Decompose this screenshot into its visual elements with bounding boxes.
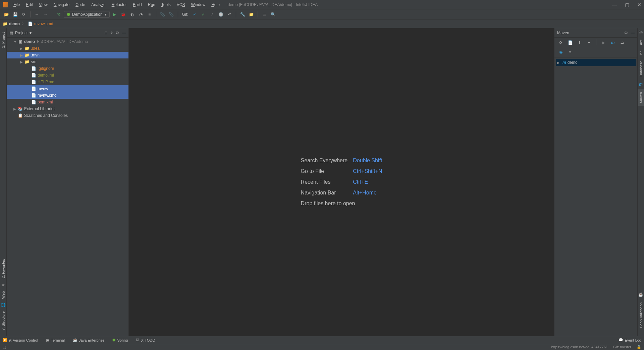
tree-external-libraries[interactable]: 📚 External Libraries — [7, 105, 128, 112]
more-icon[interactable]: » — [567, 48, 574, 56]
menu-file[interactable]: File — [11, 1, 22, 8]
debug-button[interactable]: 🐞 — [120, 11, 127, 18]
editor-area[interactable]: Search Everywhere Double Shift Go to Fil… — [129, 28, 554, 336]
folder-icon: 📁 — [24, 46, 30, 51]
tree-item-.idea[interactable]: 📁.idea — [7, 45, 128, 52]
tab-java-enterprise[interactable]: ☕ Java Enterprise — [73, 338, 104, 342]
breadcrumb-root[interactable]: 📁 demo — [3, 21, 20, 26]
open-icon[interactable]: 📂 — [3, 11, 10, 18]
run-button[interactable]: ▶ — [111, 11, 118, 18]
tree-item-.gitignore[interactable]: 📄.gitignore — [7, 65, 128, 72]
minimize-button[interactable]: — — [612, 2, 617, 7]
tab-version-control[interactable]: 🔀 9: Version Control — [3, 338, 38, 342]
menu-analyze[interactable]: Analyze — [89, 1, 108, 8]
tree-item-mvnw.cmd[interactable]: 📄mvnw.cmd — [7, 92, 128, 99]
breadcrumb-file[interactable]: 📄 mvnw.cmd — [28, 21, 53, 26]
git-revert-icon[interactable]: ↶ — [226, 11, 233, 18]
close-button[interactable]: ✕ — [637, 2, 641, 7]
collapse-icon[interactable]: ÷ — [110, 31, 113, 35]
download-icon[interactable]: ⬇ — [576, 39, 583, 46]
tree-item-pom.xml[interactable]: 📄pom.xml — [7, 99, 128, 105]
gear-icon[interactable]: ⚙ — [115, 31, 119, 35]
tree-root[interactable]: ▣ demo E:\CODE\JAVA\_IDEA\demo — [7, 38, 128, 45]
maven-project-row[interactable]: m demo — [556, 59, 636, 66]
offline-icon[interactable]: ◉ — [557, 48, 565, 56]
expand-arrow-icon[interactable] — [20, 53, 24, 57]
lock-icon[interactable]: 🔒 — [637, 345, 641, 349]
tree-item-label: mvnw.cmd — [38, 93, 57, 98]
git-push-icon[interactable]: ↗ — [208, 11, 216, 18]
toggle-icon[interactable]: ⇄ — [619, 39, 626, 46]
menu-window[interactable]: Window — [188, 1, 208, 8]
git-commit-icon[interactable]: ✓ — [200, 11, 207, 18]
coverage-icon[interactable]: ◐ — [128, 11, 136, 18]
add-icon[interactable]: + — [585, 39, 593, 46]
stop-icon[interactable]: ■ — [146, 11, 153, 18]
tab-database[interactable]: Database — [638, 58, 644, 79]
target-icon[interactable]: ⊕ — [104, 31, 108, 35]
tab-bean-validation[interactable]: Bean Validation — [638, 300, 644, 331]
expand-arrow-icon[interactable] — [13, 40, 17, 44]
git-update-icon[interactable]: ✓ — [191, 11, 198, 18]
menu-navigate[interactable]: Navigate — [51, 1, 72, 8]
menu-help[interactable]: Help — [209, 1, 222, 8]
tree-item-.mvn[interactable]: 📁.mvn — [7, 52, 128, 58]
profile-icon[interactable]: ◔ — [137, 11, 145, 18]
menu-code[interactable]: Code — [73, 1, 88, 8]
tree-item-src[interactable]: 📁src — [7, 58, 128, 65]
tab-spring[interactable]: ⬢ Spring — [112, 338, 128, 342]
run-maven-icon[interactable]: ▶ — [600, 39, 607, 46]
tab-todo[interactable]: ☑ 6: TODO — [136, 338, 155, 342]
m-icon[interactable]: m — [609, 39, 616, 46]
tab-ant[interactable]: Ant — [638, 37, 644, 48]
tree-item-demo.iml[interactable]: 📄demo.iml — [7, 72, 128, 79]
status-icon[interactable]: ▢ — [3, 345, 6, 349]
tree-scratches[interactable]: 📋 Scratches and Consoles — [7, 112, 128, 119]
tree-item-HELP.md[interactable]: 📄HELP.md — [7, 79, 128, 85]
expand-arrow-icon[interactable] — [557, 61, 561, 64]
expand-arrow-icon[interactable] — [20, 47, 24, 50]
menu-refactor[interactable]: Refactor — [109, 1, 129, 8]
expand-arrow-icon[interactable] — [13, 107, 17, 111]
search-icon[interactable]: 🔍 — [269, 11, 277, 18]
hide-icon[interactable]: — — [122, 31, 126, 35]
terminal-icon: ▣ — [46, 338, 49, 342]
forward-icon[interactable]: → — [42, 11, 49, 18]
settings-icon[interactable]: 🔧 — [239, 11, 246, 18]
tab-maven[interactable]: Maven — [638, 89, 644, 106]
maximize-button[interactable]: ▢ — [625, 2, 629, 7]
menu-build[interactable]: Build — [130, 1, 145, 8]
git-history-icon[interactable]: 🕐 — [217, 11, 224, 18]
menu-tools[interactable]: Tools — [159, 1, 173, 8]
save-icon[interactable]: 💾 — [11, 11, 19, 18]
tab-project[interactable]: 1: Project — [1, 30, 6, 50]
sync-icon[interactable]: ⟳ — [20, 11, 28, 18]
expand-arrow-icon[interactable] — [20, 60, 24, 64]
project-structure-icon[interactable]: 📁 — [248, 11, 255, 18]
tab-structure[interactable]: 7: Structure — [1, 309, 6, 333]
status-git-branch[interactable]: Git: master — [613, 345, 631, 349]
menu-view[interactable]: View — [36, 1, 50, 8]
tree-item-mvnw[interactable]: 📄mvnw — [7, 85, 128, 92]
project-panel-title[interactable]: ▤ Project ▾ — [9, 31, 32, 35]
layout-icon[interactable]: ▭ — [261, 11, 268, 18]
tab-terminal[interactable]: ▣ Terminal — [46, 338, 65, 342]
run-config-selector[interactable]: ⬢ DemoApplication ▾ — [64, 11, 110, 18]
maven-panel-header: Maven ⚙ — — [554, 28, 637, 38]
reimport-icon[interactable]: ⟳ — [557, 39, 565, 46]
menu-run[interactable]: Run — [145, 1, 158, 8]
back-icon[interactable]: ← — [33, 11, 41, 18]
tab-favorites[interactable]: 2: Favorites — [1, 256, 6, 281]
tree-item-label: mvnw — [38, 86, 48, 91]
menu-vcs[interactable]: VCS — [174, 1, 188, 8]
menu-edit[interactable]: Edit — [23, 1, 36, 8]
gear-icon[interactable]: ⚙ — [624, 31, 628, 35]
hide-icon[interactable]: — — [631, 31, 635, 35]
tab-event-log[interactable]: 💬 Event Log — [619, 338, 641, 342]
generate-icon[interactable]: 📄 — [567, 39, 574, 46]
attach-icon[interactable]: 📎 — [159, 11, 166, 18]
tab-web[interactable]: Web — [1, 289, 6, 301]
scratches-icon: 📋 — [17, 113, 23, 118]
hammer-icon[interactable]: ⚒ — [55, 11, 62, 18]
attach2-icon[interactable]: 📎 — [168, 11, 175, 18]
